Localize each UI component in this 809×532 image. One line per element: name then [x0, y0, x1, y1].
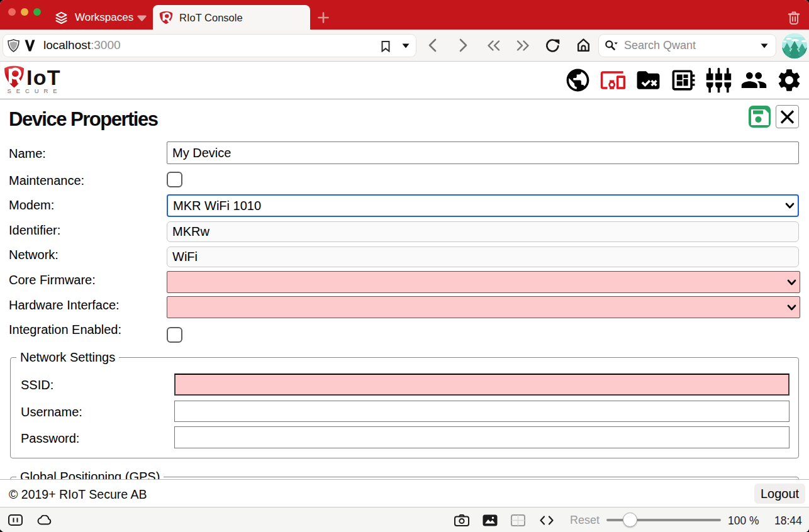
- svg-text:SECURE: SECURE: [8, 87, 62, 94]
- svg-text:IoT: IoT: [26, 65, 61, 89]
